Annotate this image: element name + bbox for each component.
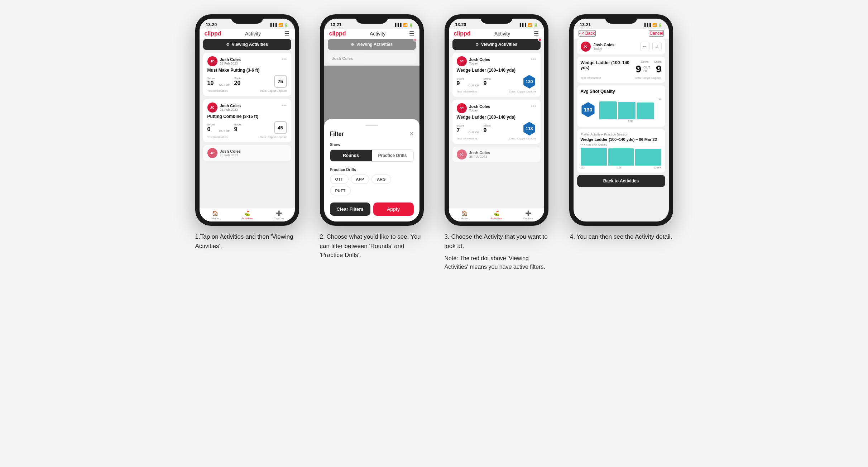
dots-menu-3-2[interactable]: •••: [531, 103, 536, 109]
phone-notch-2: [356, 14, 388, 24]
status-time-1: 13:20: [206, 22, 217, 27]
hamburger-icon-1[interactable]: ☰: [284, 30, 289, 37]
nav-capture-3[interactable]: ➕ Capture: [512, 210, 544, 220]
cancel-button-4[interactable]: Cancel: [649, 30, 663, 37]
user-details-1-2: Josh Coles 28 Feb 2023: [220, 104, 241, 111]
pill-app[interactable]: APP: [351, 175, 370, 184]
show-label: Show: [330, 142, 414, 147]
info-row-3-2: Test Information Data: Clippd Capture: [457, 137, 536, 140]
partial-username-2: Josh Coles: [332, 56, 412, 61]
score-value-3-2: 7: [457, 127, 464, 134]
phone-2: 13:21 ▐▐▐ 📶 🔋 clippd Activity ☰: [320, 14, 424, 226]
phone-col-2: 13:21 ▐▐▐ 📶 🔋 clippd Activity ☰: [315, 14, 429, 260]
bar-3-4: [637, 103, 654, 120]
phone-notch-1: [231, 14, 263, 24]
rounds-toggle[interactable]: Rounds: [330, 150, 372, 161]
wifi-icon-1: 📶: [278, 23, 283, 27]
out-of-3-1: OUT OF: [468, 84, 479, 87]
status-icons-2: ▐▐▐ 📶 🔋: [394, 23, 413, 27]
edit-icon-4[interactable]: ✏: [640, 42, 649, 51]
user-name-3-2: Josh Coles: [469, 104, 490, 109]
bar-1-4: [599, 101, 617, 119]
score-header-4: Wedge Ladder (100–140 yds) Score Shots 9…: [581, 60, 662, 75]
battery-icon-4: 🔋: [658, 23, 662, 27]
activity-card-3-2[interactable]: JC Josh Coles Today ••• Wedge Ladder (10…: [452, 100, 541, 144]
user-date-1-1: 28 Feb 2023: [220, 62, 241, 65]
phones-row: 13:20 ▐▐▐ 📶 🔋 clippd Activity ☰: [40, 14, 828, 271]
status-time-4: 13:21: [580, 22, 591, 27]
info-left-1-2: Test Information: [207, 135, 228, 139]
filter-icon-1: ⚙: [226, 42, 230, 47]
toggle-group[interactable]: Rounds Practice Drills: [330, 149, 414, 162]
card-header-1-1: JC Josh Coles 28 Feb 2023 •••: [207, 56, 287, 66]
score-label-3-1: Score: [457, 77, 464, 80]
caption-1: 1.Tap on Activities and then 'Viewing Ac…: [195, 232, 299, 251]
activity-card-1-1[interactable]: JC Josh Coles 28 Feb 2023 ••• Must Make …: [203, 53, 291, 96]
pill-ott[interactable]: OTT: [330, 175, 349, 184]
viewing-banner-2: ⚙ Viewing Activities: [328, 39, 416, 50]
phone-screen-3: 13:20 ▐▐▐ 📶 🔋 clippd Activity ☰: [449, 19, 544, 221]
pill-putt[interactable]: PUTT: [330, 186, 351, 195]
expand-icon-4[interactable]: ⤢: [652, 42, 662, 51]
activity-card-3-1[interactable]: JC Josh Coles Today ••• Wedge Ladder (10…: [452, 53, 541, 97]
out-of-3-2: OUT OF: [468, 131, 479, 134]
hamburger-icon-2[interactable]: ☰: [409, 30, 414, 37]
apply-button[interactable]: Apply: [373, 202, 414, 216]
score-label-1-1: Score: [207, 77, 215, 80]
shots-value-1-1: 20: [234, 80, 241, 86]
info-left-1-1: Test Information: [207, 89, 228, 92]
mini-chart-labels-4: 132 129 124 ▸▸: [581, 166, 662, 169]
wifi-icon-3: 📶: [528, 23, 532, 27]
stats-row-3-2: Score 7 OUT OF Shots 9 118: [457, 122, 536, 135]
session-title-4: Wedge Ladder (100–140 yds) – 06 Mar 23: [581, 137, 662, 142]
back-button-4[interactable]: ‹ < Back: [579, 30, 596, 37]
detail-score-section-4: Wedge Ladder (100–140 yds) Score Shots 9…: [577, 57, 665, 83]
partial-card-2: Josh Coles: [328, 53, 416, 64]
user-name-3-1: Josh Coles: [469, 57, 490, 62]
score-shots-row-4: Score Shots: [641, 60, 661, 63]
activities-icon-3: ⛳: [493, 210, 499, 216]
dots-menu-1-2[interactable]: •••: [282, 103, 287, 108]
nav-home-3[interactable]: 🏠 Home: [449, 210, 481, 220]
mini-bar-2: [608, 148, 634, 166]
nav-home-1[interactable]: 🏠 Home: [200, 210, 231, 220]
stat-block-score-3-1: Score 9: [457, 77, 464, 87]
clear-filters-button[interactable]: Clear Filters: [330, 202, 370, 216]
close-button[interactable]: ✕: [409, 130, 414, 137]
user-name-4: Josh Coles: [594, 43, 615, 47]
capture-icon-3: ➕: [525, 210, 531, 216]
home-icon-1: 🏠: [212, 210, 218, 216]
header-title-3: Activity: [494, 31, 510, 37]
shots-value-3-2: 9: [483, 127, 490, 134]
header-title-2: Activity: [370, 31, 385, 37]
stats-row-1-1: Score 10 OUT OF Shots 20 75: [207, 75, 287, 88]
score-value-1-1: 10: [207, 80, 215, 86]
test-info-4: Test Information: [581, 76, 601, 80]
nav-capture-1[interactable]: ➕ Capture: [263, 210, 295, 220]
nav-activities-1[interactable]: ⛳ Activities: [231, 210, 263, 220]
viewing-banner-text-1: Viewing Activities: [232, 42, 268, 47]
dots-menu-3-1[interactable]: •••: [531, 56, 536, 62]
activity-card-1-2[interactable]: JC Josh Coles 28 Feb 2023 ••• Putting Co…: [203, 99, 291, 142]
back-chevron-icon: ‹: [579, 31, 581, 36]
viewing-banner-3[interactable]: ⚙ Viewing Activities: [452, 39, 541, 50]
nav-activities-3[interactable]: ⛳ Activities: [480, 210, 512, 220]
shots-value-1-2: 9: [234, 126, 241, 133]
sq-badge-1-2: 45: [274, 121, 287, 134]
hamburger-icon-3[interactable]: ☰: [534, 30, 539, 37]
avatar-3-3: JC: [457, 149, 467, 159]
back-to-activities-btn[interactable]: Back to Activities: [577, 175, 665, 187]
practice-drills-section-label: Practice Drills: [330, 167, 414, 172]
dots-menu-1-1[interactable]: •••: [282, 56, 287, 62]
stat-block-shots-3-1: Shots 9: [483, 77, 490, 87]
back-label-4: < Back: [582, 31, 595, 36]
info-row-4: Test Information Data: Clippd Capture: [581, 76, 662, 80]
detail-user-card-4: JC Josh Coles Today ✏ ⤢: [577, 39, 665, 54]
avatar-3-1: JC: [457, 56, 467, 66]
practice-drills-toggle[interactable]: Practice Drills: [372, 150, 413, 161]
shots-label-3-2: Shots: [483, 124, 490, 127]
viewing-banner-1[interactable]: ⚙ Viewing Activities: [203, 39, 291, 50]
bar-val-2-4: 129: [617, 166, 622, 169]
pill-arg[interactable]: ARG: [371, 175, 391, 184]
bottom-nav-1: 🏠 Home ⛳ Activities ➕ Capture: [200, 208, 295, 221]
